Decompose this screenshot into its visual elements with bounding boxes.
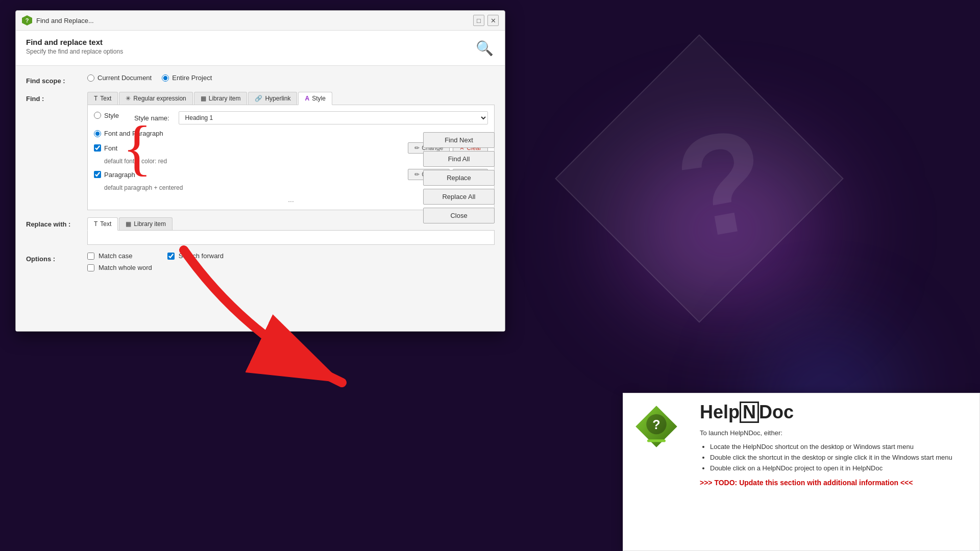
app-icon <box>22 15 32 26</box>
helpndoc-bullet-3: Double click on a HelpNDoc project to op… <box>710 463 969 474</box>
replace-all-button[interactable]: Replace All <box>423 189 495 205</box>
options-group: Match case Match whole word Search forwa… <box>87 252 495 271</box>
close-button[interactable]: ✕ <box>487 15 499 26</box>
replace-tab-library-label: Library item <box>134 220 166 228</box>
scope-current-document[interactable]: Current Document <box>87 74 152 82</box>
scope-entire-label: Entire Project <box>172 74 212 82</box>
options-row: Options : Match case Match whole word <box>26 252 495 271</box>
paragraph-label: Paragraph <box>104 171 135 179</box>
text-tab-icon: T <box>94 95 97 102</box>
scope-entire-radio[interactable] <box>162 74 169 82</box>
style-name-select[interactable]: Heading 1 <box>179 111 488 124</box>
dialog-titlebar: Find and Replace... □ ✕ <box>16 11 505 31</box>
tab-text[interactable]: T Text <box>87 92 118 105</box>
dialog-controls: □ ✕ <box>473 15 499 26</box>
font-checkbox-label[interactable]: Font <box>94 144 186 152</box>
tab-text-label: Text <box>100 95 111 102</box>
replace-library-icon: ▦ <box>126 220 131 228</box>
helpndoc-title-part2: Doc <box>759 402 794 422</box>
find-tab-bar: T Text ✳ Regular expression ▦ Library it… <box>87 92 495 105</box>
find-scope-row: Find scope : Current Document Entire Pro… <box>26 74 495 85</box>
pencil-change-icon: ✏ <box>414 171 420 178</box>
dialog-header-text: Find and replace text Specify the find a… <box>26 38 123 55</box>
paragraph-checkbox-label[interactable]: Paragraph <box>94 171 186 179</box>
helpndoc-panel: ? HelpNDoc To launch HelpNDoc, either: L… <box>623 393 980 551</box>
replace-input[interactable] <box>87 231 495 245</box>
paragraph-checkbox[interactable] <box>94 171 101 178</box>
scope-entire-project[interactable]: Entire Project <box>162 74 212 82</box>
tab-hyperlink-label: Hyperlink <box>265 95 290 102</box>
replace-text-icon: T <box>94 220 97 228</box>
font-paragraph-radio-input[interactable] <box>94 130 101 137</box>
right-buttons: Find Next Find All Replace Replace All C… <box>423 132 495 223</box>
replace-tab-library[interactable]: ▦ Library item <box>119 217 173 230</box>
scope-current-label: Current Document <box>97 74 152 82</box>
options-content: Match case Match whole word Search forwa… <box>87 252 495 271</box>
close-dialog-button[interactable]: Close <box>423 208 495 223</box>
options-label: Options : <box>26 252 87 263</box>
helpndoc-diamond-icon: ? <box>633 404 679 449</box>
options-col-left: Match case Match whole word <box>87 252 152 271</box>
helpndoc-logo-area: ? <box>623 393 690 550</box>
match-case-label: Match case <box>99 252 132 260</box>
tab-style[interactable]: A Style <box>298 92 332 105</box>
style-radio-label[interactable]: Style <box>94 112 119 119</box>
style-radio-row: Style Style name: Heading 1 <box>94 111 488 124</box>
style-radio-text: Style <box>104 112 119 119</box>
search-icon: 🔍 <box>474 38 495 58</box>
match-whole-word-option[interactable]: Match whole word <box>87 264 152 271</box>
tab-library-find-label: Library item <box>209 95 241 102</box>
search-forward-option[interactable]: Search forward <box>167 252 224 260</box>
helpndoc-title: HelpNDoc <box>700 402 969 423</box>
dialog-title: Find and Replace... <box>36 17 94 24</box>
maximize-button[interactable]: □ <box>473 15 484 26</box>
tab-regex-label: Regular expression <box>133 95 186 102</box>
pencil-icon: ✏ <box>414 144 420 152</box>
hyperlink-tab-icon: 🔗 <box>255 95 262 102</box>
match-whole-word-label: Match whole word <box>99 264 152 271</box>
find-next-button[interactable]: Find Next <box>423 132 495 148</box>
dialog-header-title: Find and replace text <box>26 38 123 46</box>
font-checkbox[interactable] <box>94 144 101 152</box>
replace-label: Replace with : <box>26 217 87 228</box>
find-scope-label: Find scope : <box>26 74 87 85</box>
helpndoc-todo: >>> TODO: Update this section with addit… <box>700 479 969 487</box>
tab-regex[interactable]: ✳ Regular expression <box>119 92 192 105</box>
dialog-header: Find and replace text Specify the find a… <box>16 31 505 66</box>
find-replace-dialog: Find and Replace... □ ✕ Find and replace… <box>15 10 505 332</box>
library-find-tab-icon: ▦ <box>201 95 206 102</box>
match-case-option[interactable]: Match case <box>87 252 152 260</box>
helpndoc-bullets: Locate the HelpNDoc shortcut on the desk… <box>700 442 969 473</box>
helpndoc-bullet-1: Locate the HelpNDoc shortcut on the desk… <box>710 442 969 453</box>
helpndoc-boxed-n: N <box>740 402 759 423</box>
helpndoc-content: HelpNDoc To launch HelpNDoc, either: Loc… <box>690 393 979 550</box>
svg-text:?: ? <box>652 417 660 432</box>
scope-current-radio[interactable] <box>87 74 94 82</box>
helpndoc-launch-text: To launch HelpNDoc, either: <box>700 429 969 437</box>
style-tab-icon: A <box>305 95 309 102</box>
find-scope-content: Current Document Entire Project <box>87 74 495 82</box>
regex-tab-icon: ✳ <box>126 95 131 102</box>
style-name-label: Style name: <box>134 114 169 122</box>
tab-library-find[interactable]: ▦ Library item <box>194 92 248 105</box>
replace-button[interactable]: Replace <box>423 170 495 186</box>
find-label: Find : <box>26 92 87 103</box>
style-radio-input[interactable] <box>94 112 101 119</box>
tab-hyperlink[interactable]: 🔗 Hyperlink <box>248 92 297 105</box>
dialog-body: Find scope : Current Document Entire Pro… <box>16 66 505 331</box>
font-paragraph-label: Font and Paragraph <box>104 130 163 137</box>
font-label: Font <box>104 144 117 152</box>
replace-tab-text[interactable]: T Text <box>87 217 118 231</box>
match-case-checkbox[interactable] <box>87 253 94 260</box>
dialog-header-subtitle: Specify the find and replace options <box>26 48 123 55</box>
search-forward-label: Search forward <box>179 252 224 260</box>
scope-radio-group: Current Document Entire Project <box>87 74 495 82</box>
helpndoc-bullet-2: Double click the shortcut in the desktop… <box>710 453 969 463</box>
match-whole-word-checkbox[interactable] <box>87 264 94 271</box>
find-all-button[interactable]: Find All <box>423 151 495 167</box>
helpndoc-title-part1: Help <box>700 402 740 422</box>
search-forward-checkbox[interactable] <box>167 253 175 260</box>
replace-tab-text-label: Text <box>100 220 111 228</box>
tab-style-label: Style <box>312 95 326 102</box>
svg-rect-5 <box>647 439 666 442</box>
